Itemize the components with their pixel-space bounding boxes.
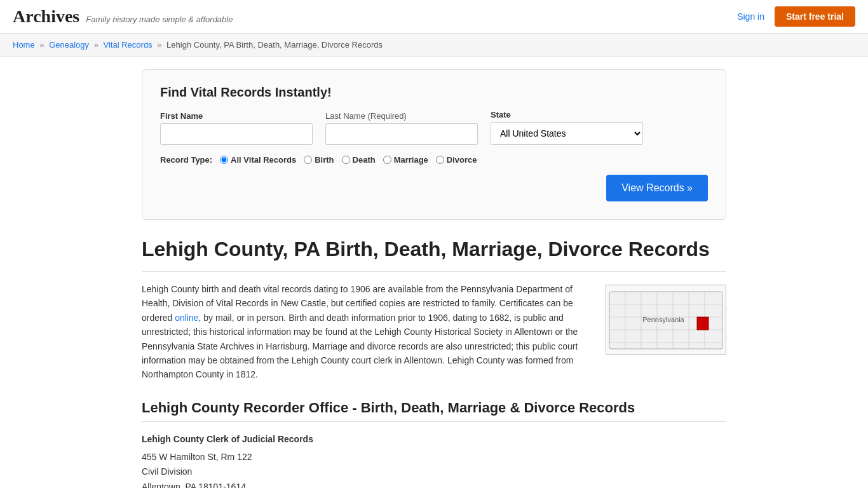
first-name-input[interactable]	[160, 123, 313, 145]
main-content: Find Vital Records Instantly! First Name…	[129, 57, 739, 488]
view-records-button[interactable]: View Records »	[606, 175, 708, 201]
first-name-label: First Name	[160, 111, 313, 121]
radio-all-vital-records[interactable]: All Vital Records	[220, 155, 296, 165]
radio-death[interactable]: Death	[342, 155, 376, 165]
radio-divorce[interactable]: Divorce	[436, 155, 477, 165]
recorder-section-title: Lehigh County Recorder Office - Birth, D…	[142, 400, 726, 422]
office-address3: Allentown, PA 18101-1614	[142, 480, 726, 488]
last-name-group: Last Name (Required)	[325, 111, 478, 145]
header: Archives Family history made simple & af…	[0, 0, 868, 34]
online-link[interactable]: online	[175, 313, 198, 323]
office-name: Lehigh County Clerk of Judicial Records	[142, 432, 726, 447]
radio-birth[interactable]: Birth	[304, 155, 334, 165]
description-paragraph: Lehigh County birth and death vital reco…	[142, 282, 593, 382]
radio-marriage[interactable]: Marriage	[383, 155, 428, 165]
record-type-label: Record Type:	[160, 155, 212, 165]
breadcrumb-sep2: »	[94, 40, 98, 50]
record-type-row: Record Type: All Vital Records Birth Dea…	[160, 155, 708, 165]
recorder-section: Lehigh County Recorder Office - Birth, D…	[142, 400, 726, 488]
site-logo: Archives	[13, 6, 79, 27]
header-left: Archives Family history made simple & af…	[13, 6, 233, 27]
svg-rect-11	[697, 317, 709, 330]
breadcrumb: Home » Genealogy » Vital Records » Lehig…	[0, 34, 868, 57]
breadcrumb-sep3: »	[157, 40, 161, 50]
pennsylvania-map-image: Pennsylvania	[606, 285, 726, 355]
sign-in-link[interactable]: Sign in	[737, 11, 764, 22]
search-form-row: First Name Last Name (Required) State Al…	[160, 110, 708, 145]
description-section: Lehigh County birth and death vital reco…	[142, 282, 726, 382]
breadcrumb-current: Lehigh County, PA Birth, Death, Marriage…	[166, 40, 383, 50]
breadcrumb-genealogy[interactable]: Genealogy	[49, 40, 89, 50]
description-text: Lehigh County birth and death vital reco…	[142, 282, 593, 382]
breadcrumb-home[interactable]: Home	[13, 40, 35, 50]
header-right: Sign in Start free trial	[737, 6, 855, 27]
pa-map: Pennsylvania	[606, 285, 726, 382]
first-name-group: First Name	[160, 111, 313, 145]
page-title: Lehigh County, PA Birth, Death, Marriage…	[142, 238, 726, 272]
start-trial-button[interactable]: Start free trial	[775, 6, 855, 27]
search-title: Find Vital Records Instantly!	[160, 85, 708, 100]
breadcrumb-sep1: »	[39, 40, 44, 50]
state-label: State	[491, 110, 643, 119]
site-tagline: Family history made simple & affordable	[86, 15, 233, 24]
office-address2: Civil Division	[142, 464, 726, 480]
office-address1: 455 W Hamilton St, Rm 122	[142, 450, 726, 465]
last-name-label: Last Name (Required)	[325, 111, 478, 121]
state-select[interactable]: All United States Pennsylvania New York …	[491, 122, 643, 145]
svg-text:Pennsylvania: Pennsylvania	[642, 316, 684, 323]
recorder-details: Lehigh County Clerk of Judicial Records …	[142, 432, 726, 488]
search-box: Find Vital Records Instantly! First Name…	[142, 69, 726, 220]
state-group: State All United States Pennsylvania New…	[491, 110, 643, 145]
last-name-input[interactable]	[325, 123, 478, 145]
breadcrumb-vital-records[interactable]: Vital Records	[104, 40, 153, 50]
